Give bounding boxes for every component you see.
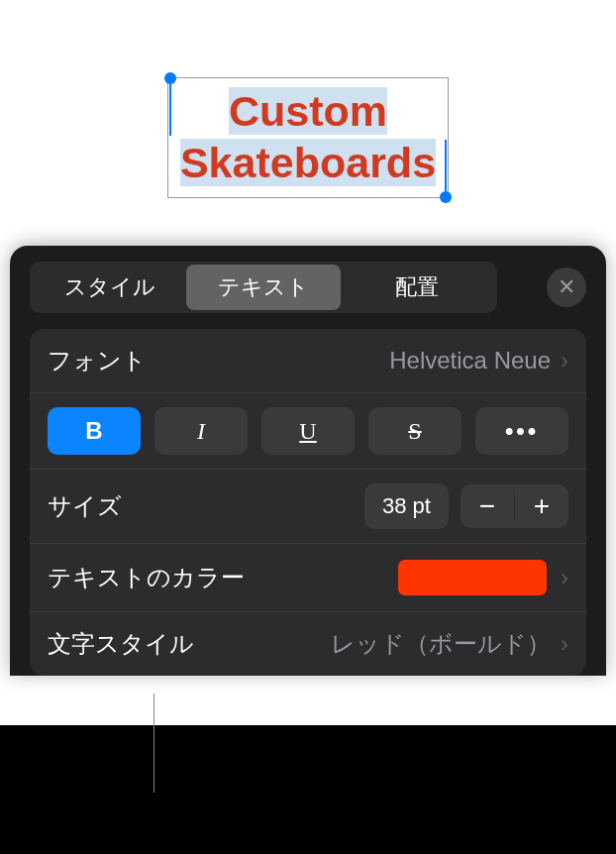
selected-text-box[interactable]: Custom Skateboards bbox=[167, 77, 449, 197]
close-button[interactable]: ✕ bbox=[547, 267, 586, 307]
callout-line bbox=[154, 694, 154, 793]
tab-arrange[interactable]: 配置 bbox=[341, 265, 494, 310]
tab-bar: スタイル テキスト 配置 ✕ bbox=[10, 262, 606, 329]
selection-cursor-end bbox=[445, 140, 447, 191]
bold-button[interactable]: B bbox=[48, 407, 141, 455]
size-label: サイズ bbox=[48, 490, 353, 522]
selection-handle-top-left[interactable] bbox=[164, 72, 176, 84]
size-value-field[interactable]: 38 pt bbox=[364, 483, 449, 529]
format-inspector-panel: スタイル テキスト 配置 ✕ フォント Helvetica Neue › B I… bbox=[10, 246, 606, 676]
selection-cursor-start bbox=[169, 84, 171, 136]
strikethrough-button[interactable]: S bbox=[368, 407, 462, 455]
tab-segment-control: スタイル テキスト 配置 bbox=[30, 262, 497, 313]
character-style-label: 文字スタイル bbox=[48, 628, 194, 660]
size-decrease-button[interactable]: − bbox=[461, 484, 514, 528]
italic-button[interactable]: I bbox=[154, 407, 248, 455]
text-style-buttons-row: B I U S ••• bbox=[30, 393, 586, 470]
text-color-swatch[interactable] bbox=[398, 560, 547, 595]
panel-body: フォント Helvetica Neue › B I U S ••• サイズ 38… bbox=[30, 329, 586, 676]
canvas-area: Custom Skateboards bbox=[0, 0, 616, 246]
tab-style[interactable]: スタイル bbox=[33, 265, 186, 310]
character-style-row[interactable]: 文字スタイル レッド（ボールド） › bbox=[30, 612, 586, 676]
text-color-row[interactable]: テキストのカラー › bbox=[30, 544, 586, 612]
canvas-text-line1[interactable]: Custom bbox=[229, 87, 387, 135]
font-row[interactable]: フォント Helvetica Neue › bbox=[30, 329, 586, 393]
size-increase-button[interactable]: + bbox=[515, 484, 568, 528]
chevron-right-icon: › bbox=[561, 564, 568, 591]
close-icon: ✕ bbox=[558, 274, 575, 300]
character-style-value: レッド（ボールド） bbox=[214, 628, 551, 660]
bottom-background bbox=[0, 725, 616, 854]
canvas-text-line2[interactable]: Skateboards bbox=[180, 139, 436, 186]
selection-handle-bottom-right[interactable] bbox=[440, 191, 452, 203]
size-row: サイズ 38 pt − + bbox=[30, 470, 586, 544]
more-options-button[interactable]: ••• bbox=[475, 407, 568, 455]
size-stepper: − + bbox=[461, 484, 568, 528]
chevron-right-icon: › bbox=[561, 630, 568, 658]
underline-button[interactable]: U bbox=[261, 407, 355, 455]
font-value: Helvetica Neue bbox=[389, 347, 551, 374]
tab-text[interactable]: テキスト bbox=[186, 265, 340, 310]
text-color-label: テキストのカラー bbox=[48, 562, 398, 593]
chevron-right-icon: › bbox=[561, 347, 568, 374]
font-label: フォント bbox=[48, 345, 389, 376]
more-dots-icon: ••• bbox=[505, 417, 539, 445]
